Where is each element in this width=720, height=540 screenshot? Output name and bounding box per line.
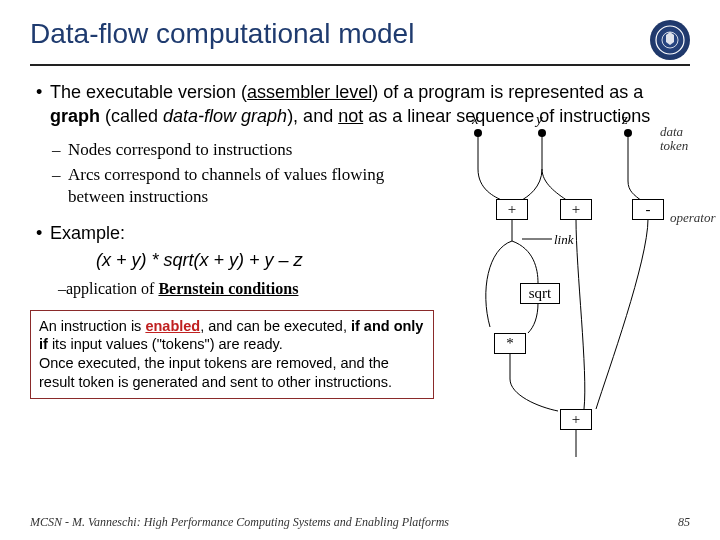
text-fragment: ), and bbox=[287, 106, 338, 126]
text-fragment-underline: not bbox=[338, 106, 363, 126]
text-fragment: The executable version ( bbox=[50, 82, 247, 102]
label-operator: operator bbox=[670, 211, 716, 225]
bullet-dot-icon: • bbox=[36, 221, 50, 245]
op-mult: * bbox=[494, 333, 526, 354]
label-data-token: data token bbox=[660, 125, 688, 154]
bullet-dot-icon: • bbox=[36, 80, 50, 129]
sub-bullet-text: Arcs correspond to channels of values fl… bbox=[68, 164, 434, 210]
sub-bullet-1: – Nodes correspond to instructions bbox=[52, 139, 434, 162]
dataflow-diagram: x y z + + - sqrt * + link data tok bbox=[438, 111, 708, 471]
note-box: An instruction is enabled, and can be ex… bbox=[30, 310, 434, 399]
footer-text: MCSN - M. Vanneschi: High Performance Co… bbox=[30, 515, 449, 530]
token-icon bbox=[538, 129, 546, 137]
sub-bullet-app: – application of Bernstein conditions bbox=[58, 278, 434, 300]
diagram-link-label: link bbox=[554, 231, 574, 249]
text-fragment: , and can be executed, bbox=[200, 318, 351, 334]
text-fragment-italic: data-flow graph bbox=[163, 106, 287, 126]
token-icon bbox=[474, 129, 482, 137]
op-minus: - bbox=[632, 199, 664, 220]
note-line-2: Once executed, the input tokens are remo… bbox=[39, 354, 425, 392]
op-plus-3: + bbox=[560, 409, 592, 430]
diagram-var-y: y bbox=[536, 109, 543, 129]
text-fragment-enabled: enabled bbox=[145, 318, 200, 334]
text-fragment-underline: assembler level bbox=[247, 82, 372, 102]
diagram-var-x: x bbox=[472, 109, 479, 129]
slide-footer: MCSN - M. Vanneschi: High Performance Co… bbox=[30, 515, 690, 530]
dash-icon: – bbox=[58, 278, 66, 300]
text-fragment-bold: graph bbox=[50, 106, 100, 126]
op-plus-1: + bbox=[496, 199, 528, 220]
op-sqrt: sqrt bbox=[520, 283, 560, 304]
slide-number: 85 bbox=[678, 515, 690, 530]
sub-bullet-2: – Arcs correspond to channels of values … bbox=[52, 164, 434, 210]
slide-header: Data-flow computational model bbox=[30, 18, 690, 66]
slide-body: • The executable version (assembler leve… bbox=[30, 80, 690, 399]
text-fragment: application of bbox=[66, 280, 158, 297]
dash-icon: – bbox=[52, 139, 68, 162]
sub-bullet-app-text: application of Bernstein conditions bbox=[66, 278, 298, 300]
text-fragment-bold-underline: Bernstein conditions bbox=[158, 280, 298, 297]
text-fragment: ) of a program is represented as a bbox=[372, 82, 643, 102]
token-icon bbox=[624, 129, 632, 137]
logo-seal-icon bbox=[654, 24, 686, 56]
example-label: Example: bbox=[50, 221, 434, 245]
sub-bullet-list-1: – Nodes correspond to instructions – Arc… bbox=[52, 139, 434, 210]
dash-icon: – bbox=[52, 164, 68, 210]
bullet-example: • Example: (x + y) * sqrt(x + y) + y – z… bbox=[30, 221, 434, 299]
text-fragment: An instruction is bbox=[39, 318, 145, 334]
slide-title: Data-flow computational model bbox=[30, 18, 414, 50]
sub-bullet-text: Nodes correspond to instructions bbox=[68, 139, 292, 162]
op-plus-2: + bbox=[560, 199, 592, 220]
note-line-1: An instruction is enabled, and can be ex… bbox=[39, 317, 425, 355]
diagram-var-z: z bbox=[622, 109, 628, 129]
text-fragment: its input values ("tokens") are ready. bbox=[48, 336, 283, 352]
text-fragment: (called bbox=[100, 106, 163, 126]
university-logo bbox=[650, 20, 690, 60]
example-formula: (x + y) * sqrt(x + y) + y – z bbox=[96, 248, 434, 272]
